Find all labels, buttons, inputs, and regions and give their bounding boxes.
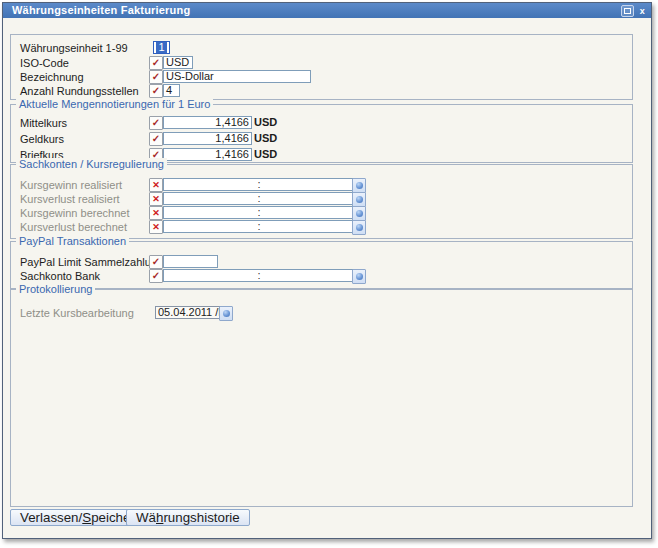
lookup-icon — [223, 310, 230, 317]
restore-button[interactable] — [621, 5, 634, 17]
sachkonto-bank-field[interactable]: : — [163, 269, 355, 282]
titlebar[interactable]: Währungseinheiten Fakturierung x — [3, 3, 651, 18]
panel-accounts: Sachkonten / Kursregulierung Kursgewinn … — [10, 164, 633, 239]
form-row: Letzte Kursbearbeitung 05.04.2011 /Di — [11, 306, 632, 320]
lookup-icon — [356, 224, 363, 231]
dialog-window: Währungseinheiten Fakturierung x Währung… — [2, 2, 652, 539]
account-lookup-button[interactable] — [352, 220, 366, 235]
field-label: Sachkonto Bank — [20, 270, 100, 282]
restore-icon — [624, 8, 631, 14]
panel-legend: Sachkonten / Kursregulierung — [16, 158, 167, 170]
close-button[interactable]: x — [640, 6, 645, 16]
button-label-part: rungshistorie — [163, 510, 239, 525]
panel-quotes: Aktuelle Mengennotierungen für 1 Euro Mi… — [10, 104, 633, 163]
form-row: Kursgewinn realisiert ✕ : — [11, 178, 632, 192]
form-row: Mittelkurs ✓ 1,4166 USD — [11, 116, 632, 130]
check-glyph: ✓ — [152, 134, 160, 144]
modified-check-icon[interactable]: ✓ — [149, 116, 163, 130]
modified-check-icon[interactable]: ✓ — [149, 255, 163, 269]
check-glyph: ✓ — [152, 271, 160, 281]
lookup-icon — [356, 196, 363, 203]
lookup-icon — [356, 273, 363, 280]
button-mnemonic: S — [82, 510, 91, 525]
iso-code-field[interactable]: USD — [163, 56, 193, 69]
unset-x-icon[interactable]: ✕ — [149, 178, 163, 192]
x-glyph: ✕ — [152, 195, 160, 204]
mittelkurs-field[interactable]: 1,4166 — [163, 116, 252, 129]
form-row: Kursgewinn berechnet ✕ : — [11, 206, 632, 220]
modified-check-icon[interactable]: ✓ — [149, 84, 163, 98]
modified-check-icon[interactable]: ✓ — [149, 56, 163, 70]
currency-unit-label: USD — [254, 117, 277, 128]
field-label: Anzahl Rundungsstellen — [20, 85, 139, 97]
waehrungshistorie-button[interactable]: Währungshistorie — [126, 509, 250, 526]
check-glyph: ✓ — [152, 257, 160, 267]
form-row: Kursverlust realisiert ✕ : — [11, 192, 632, 206]
unset-x-icon[interactable]: ✕ — [149, 206, 163, 220]
currency-unit-label: USD — [254, 133, 277, 144]
field-label: Währungseinheit 1-99 — [20, 42, 128, 54]
briefkurs-field[interactable]: 1,4166 — [163, 148, 252, 161]
selected-text: 1 — [156, 41, 166, 53]
field-label: PayPal Limit Sammelzahlung — [20, 256, 163, 268]
kursgewinn-berechnet-field[interactable]: : — [163, 206, 355, 219]
x-glyph: ✕ — [152, 181, 160, 190]
panel-paypal: PayPal Transaktionen PayPal Limit Sammel… — [10, 241, 633, 289]
close-icon: x — [640, 6, 645, 16]
field-label: Kursgewinn realisiert — [20, 179, 122, 191]
x-glyph: ✕ — [152, 209, 160, 218]
lookup-icon — [356, 210, 363, 217]
kursgewinn-realisiert-field[interactable]: : — [163, 178, 355, 191]
check-glyph: ✓ — [152, 58, 160, 68]
modified-check-icon[interactable]: ✓ — [149, 70, 163, 84]
rundungsstellen-field[interactable]: 4 — [163, 84, 180, 97]
modified-check-icon[interactable]: ✓ — [149, 132, 163, 146]
geldkurs-field[interactable]: 1,4166 — [163, 132, 252, 145]
unset-x-icon[interactable]: ✕ — [149, 220, 163, 234]
currency-unit-label: USD — [254, 149, 277, 160]
form-row: Anzahl Rundungsstellen ✓ 4 — [11, 84, 632, 98]
check-glyph: ✓ — [152, 72, 160, 82]
account-lookup-button[interactable] — [352, 178, 366, 193]
panel-legend: Aktuelle Mengennotierungen für 1 Euro — [16, 98, 213, 110]
panel-legend: PayPal Transaktionen — [16, 235, 129, 247]
lookup-icon — [356, 182, 363, 189]
kursverlust-realisiert-field[interactable]: : — [163, 192, 355, 205]
unset-x-icon[interactable]: ✕ — [149, 192, 163, 206]
check-glyph: ✓ — [152, 86, 160, 96]
form-row: Bezeichnung ✓ US-Dollar — [11, 70, 632, 84]
letzte-kursbearbeitung-field[interactable]: 05.04.2011 /Di — [155, 306, 222, 319]
panel-protocol: Protokollierung Letzte Kursbearbeitung 0… — [10, 289, 633, 507]
panel-basic: Währungseinheit 1-99 1 ISO-Code ✓ USD Be… — [10, 34, 633, 100]
bezeichnung-field[interactable]: US-Dollar — [163, 70, 311, 83]
form-row: Sachkonto Bank ✓ : — [11, 269, 632, 283]
form-row: PayPal Limit Sammelzahlung ✓ — [11, 255, 632, 269]
field-label: Geldkurs — [20, 133, 64, 145]
paypal-limit-field[interactable] — [163, 255, 218, 268]
field-label: ISO-Code — [20, 57, 69, 69]
field-label: Bezeichnung — [20, 71, 84, 83]
window-title: Währungseinheiten Fakturierung — [12, 4, 190, 16]
kursverlust-berechnet-field[interactable]: : — [163, 220, 355, 233]
waehrungseinheit-field[interactable]: 1 — [153, 41, 170, 54]
x-glyph: ✕ — [152, 223, 160, 232]
field-label: Kursverlust realisiert — [20, 193, 120, 205]
field-label: Mittelkurs — [20, 117, 67, 129]
form-row: ISO-Code ✓ USD — [11, 56, 632, 70]
check-glyph: ✓ — [152, 118, 160, 128]
panel-legend: Protokollierung — [16, 283, 95, 295]
page: { "window": { "title": "Währungseinheite… — [0, 0, 658, 548]
titlebar-controls: x — [621, 5, 645, 17]
field-label: Letzte Kursbearbeitung — [20, 307, 134, 319]
modified-check-icon[interactable]: ✓ — [149, 269, 163, 283]
field-label: Kursgewinn berechnet — [20, 207, 129, 219]
form-row: Geldkurs ✓ 1,4166 USD — [11, 132, 632, 146]
date-lookup-button[interactable] — [219, 306, 233, 321]
form-row: Währungseinheit 1-99 1 — [11, 41, 632, 55]
account-lookup-button[interactable] — [352, 192, 366, 207]
account-lookup-button[interactable] — [352, 206, 366, 221]
account-lookup-button[interactable] — [352, 269, 366, 284]
button-label-part: Verlassen/ — [20, 510, 82, 525]
button-label-part: Wä — [136, 510, 156, 525]
form-row: Kursverlust berechnet ✕ : — [11, 220, 632, 234]
